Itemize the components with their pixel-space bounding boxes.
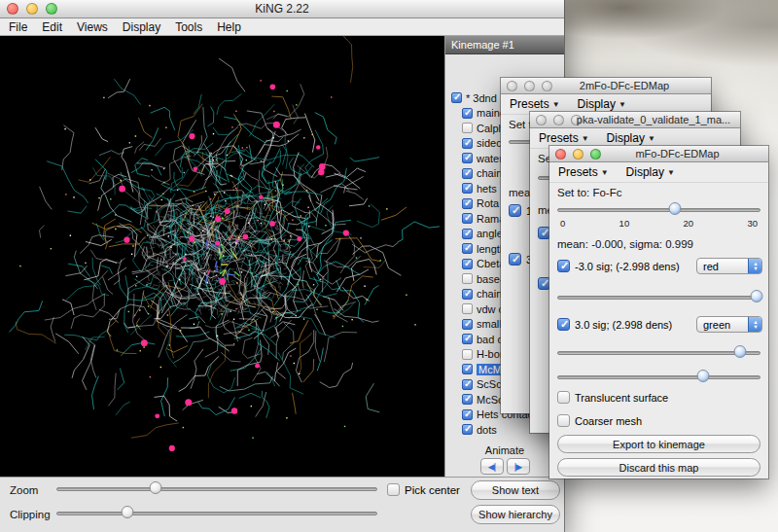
titlebar[interactable]: pka-validate_0_validate_1_ma... [530, 112, 740, 128]
zoom-slider[interactable] [56, 481, 377, 495]
item-checkbox[interactable] [462, 213, 473, 224]
close-button[interactable] [507, 81, 517, 91]
item-checkbox[interactable] [462, 364, 473, 374]
titlebar[interactable]: mFo-DFc-EDMap [549, 146, 768, 162]
contour-checkbox[interactable] [509, 204, 521, 217]
presets-menu[interactable]: Presets▼ [510, 97, 560, 111]
dropdown-arrow-icon: ▼ [582, 134, 589, 143]
coarser-mesh-checkbox[interactable] [557, 414, 570, 427]
presets-menu[interactable]: Presets▼ [539, 131, 589, 145]
show-text-button[interactable]: Show text [471, 480, 560, 500]
display-menu[interactable]: Display▼ [626, 165, 675, 179]
presets-menu[interactable]: Presets▼ [558, 165, 609, 179]
pick-center-label: Pick center [405, 484, 460, 496]
animate-label: Animate [445, 444, 564, 456]
window-title: mFo-DFc-EDMap [592, 148, 762, 160]
translucent-surface-label: Translucent surface [575, 392, 668, 404]
slider-thumb[interactable] [121, 506, 133, 518]
high-contour-color-select[interactable]: green ▲▼ [696, 316, 762, 333]
item-checkbox[interactable] [462, 198, 473, 209]
extent-slider[interactable] [557, 202, 760, 216]
step-back-icon: ◀| [488, 462, 495, 472]
low-contour-color-select[interactable]: red ▲▼ [696, 258, 762, 274]
item-checkbox[interactable] [462, 349, 473, 360]
high-contour-checkbox[interactable] [557, 318, 570, 331]
low-contour-row: -3.0 sig; (-2.998 dens) red ▲▼ [557, 258, 762, 274]
extent-scale: 0102030 [560, 218, 758, 229]
slider-thumb[interactable] [697, 370, 710, 382]
menu-display[interactable]: Display [123, 20, 160, 34]
high-contour-slider[interactable] [557, 345, 760, 359]
item-checkbox[interactable] [462, 334, 473, 344]
pick-center-checkbox-row[interactable]: Pick center [387, 483, 460, 496]
bottom-controls: Zoom Pick center Show text Clipping Show… [0, 477, 564, 532]
item-label: hets [477, 183, 497, 195]
popup-arrows-icon: ▲▼ [748, 258, 762, 274]
tick-label: 0 [560, 218, 565, 229]
export-to-kinemage-button[interactable]: Export to kinemage [557, 435, 760, 453]
close-button[interactable] [555, 149, 566, 160]
close-button[interactable] [7, 3, 18, 15]
item-checkbox[interactable] [462, 123, 473, 133]
molecule-viewport[interactable] [0, 36, 444, 477]
show-hierarchy-button[interactable]: Show hierarchy [471, 505, 560, 524]
main-titlebar[interactable]: KiNG 2.22 [0, 0, 564, 18]
menu-tools[interactable]: Tools [175, 20, 202, 34]
animate-next-button[interactable]: |▶ [507, 458, 530, 475]
item-checkbox[interactable] [462, 394, 473, 405]
item-checkbox[interactable] [462, 183, 473, 194]
minimize-button[interactable] [524, 81, 535, 91]
slider-track [557, 351, 760, 355]
item-checkbox[interactable] [462, 303, 473, 314]
menu-file[interactable]: File [9, 20, 27, 34]
contour-checkbox[interactable] [509, 253, 521, 266]
minimize-button[interactable] [553, 115, 564, 125]
item-checkbox[interactable] [462, 273, 473, 284]
item-checkbox[interactable] [462, 379, 473, 390]
item-checkbox[interactable] [462, 229, 473, 239]
slider-thumb[interactable] [750, 290, 762, 302]
item-checkbox[interactable] [462, 168, 473, 179]
zoom-button[interactable] [46, 3, 57, 15]
alpha-slider[interactable] [557, 370, 760, 383]
slider-thumb[interactable] [150, 481, 162, 494]
mean-sigma-label: mean: -0.000, sigma: 0.999 [557, 238, 693, 250]
low-contour-slider[interactable] [557, 290, 760, 303]
dropdown-arrow-icon: ▼ [601, 168, 609, 177]
king-main-window: KiNG 2.22 FileEditViewsDisplayToolsHelp … [0, 0, 564, 532]
translucent-surface-checkbox[interactable] [557, 391, 570, 404]
item-checkbox[interactable] [462, 243, 473, 254]
item-checkbox[interactable] [462, 259, 473, 269]
window-title: 2mFo-DFc-EDMap [544, 80, 705, 91]
main-menubar: FileEditViewsDisplayToolsHelp [0, 18, 564, 36]
item-checkbox[interactable] [462, 409, 473, 420]
menu-help[interactable]: Help [217, 20, 241, 34]
discard-map-button[interactable]: Discard this map [557, 458, 760, 477]
close-button[interactable] [536, 115, 547, 125]
item-checkbox[interactable] [462, 319, 473, 330]
display-menu[interactable]: Display▼ [578, 97, 626, 111]
minimize-button[interactable] [573, 149, 584, 160]
slider-thumb[interactable] [669, 202, 682, 215]
dropdown-arrow-icon: ▼ [667, 168, 675, 177]
item-checkbox[interactable] [462, 153, 473, 163]
item-checkbox[interactable] [462, 108, 473, 119]
menu-views[interactable]: Views [77, 20, 108, 34]
map-menubar: Presets▼ Display▼ [549, 162, 768, 183]
display-menu[interactable]: Display▼ [607, 131, 655, 145]
titlebar[interactable]: 2mFo-DFc-EDMap [501, 78, 711, 94]
tick-label: 10 [619, 218, 630, 229]
item-checkbox[interactable] [462, 138, 473, 149]
clipping-slider[interactable] [56, 506, 377, 519]
item-checkbox[interactable] [462, 289, 473, 300]
minimize-button[interactable] [26, 3, 38, 15]
clipping-label: Clipping [10, 509, 51, 520]
low-contour-checkbox[interactable] [557, 260, 570, 272]
menu-edit[interactable]: Edit [42, 20, 62, 34]
pick-center-checkbox[interactable] [387, 483, 400, 496]
item-checkbox[interactable] [451, 92, 462, 103]
animate-prev-button[interactable]: ◀| [480, 458, 504, 475]
item-checkbox[interactable] [462, 424, 473, 435]
kinemage-panel-header[interactable]: Kinemage #1 [445, 36, 564, 54]
slider-thumb[interactable] [734, 345, 747, 358]
